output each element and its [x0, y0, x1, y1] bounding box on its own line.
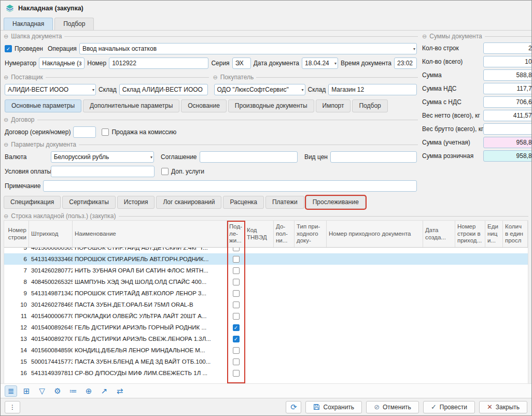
table-row[interactable]: 165413149397811СР-ВО Д/ПОСУДЫ МИФ ЛИМ.СВ…: [4, 367, 528, 379]
collapse-icon[interactable]: ⊖: [4, 117, 8, 123]
tab-istoriya[interactable]: История: [117, 196, 155, 209]
column-header-barcode[interactable]: Штрихкод: [29, 221, 73, 247]
traceable-checkbox[interactable]: [233, 248, 240, 251]
column-header-created[interactable]: Дата созда...: [423, 221, 455, 247]
agreement-field[interactable]: [200, 151, 298, 163]
cell-check[interactable]: [227, 265, 245, 276]
traceable-checkbox[interactable]: [233, 302, 240, 308]
column-header-tip[interactable]: Тип при- ходного доку-: [295, 221, 327, 247]
collapse-icon[interactable]: ⊖: [4, 75, 8, 80]
traceable-checkbox[interactable]: [233, 256, 240, 263]
column-header-docnum[interactable]: Номер приходного документа: [327, 221, 423, 247]
proveden-checkbox[interactable]: ✓: [5, 45, 12, 52]
filter-icon[interactable]: ▽: [36, 385, 48, 397]
collapse-icon[interactable]: ⊖: [213, 75, 218, 80]
tab-import[interactable]: Импорт: [316, 99, 351, 112]
extra-services-checkbox[interactable]: [161, 168, 169, 175]
cell-check[interactable]: [227, 367, 245, 379]
traceable-checkbox[interactable]: [233, 347, 240, 354]
traceable-checkbox[interactable]: [233, 279, 240, 285]
table-row[interactable]: 144015600848590КОНДИЦ.Д/БЕЛЬЯ ЛЕНОР МИНД…: [4, 345, 528, 356]
totals-value-8[interactable]: [483, 150, 532, 162]
grid-view-icon[interactable]: ⊞: [20, 385, 33, 397]
table-row[interactable]: 114015400006770ПРОКЛАДКИ ОЛВЕЙС УЛЬТРА Л…: [4, 310, 528, 322]
settings-icon[interactable]: ⚙: [51, 385, 64, 397]
open-window-icon[interactable]: ↗: [98, 385, 110, 397]
collapse-icon[interactable]: ⊖: [4, 34, 8, 39]
post-button[interactable]: ✓ Провести: [423, 401, 475, 413]
totals-value-6[interactable]: [483, 123, 532, 135]
traceable-checkbox[interactable]: [233, 313, 240, 320]
column-header-unit[interactable]: Еди ниц и...: [485, 221, 503, 247]
totals-value-0[interactable]: [483, 42, 532, 54]
tab-specifikaciya[interactable]: Спецификация: [4, 196, 61, 209]
column-header-num[interactable]: Номер строки: [4, 221, 29, 247]
note-field[interactable]: [43, 180, 417, 192]
table-row[interactable]: 103014260278465ПАСТА ЗУБН.ДЕТ.ОРАЛ-БИ 75…: [4, 299, 528, 310]
price-type-field[interactable]: [330, 151, 417, 163]
cell-check[interactable]: [227, 299, 245, 310]
series-field[interactable]: [232, 58, 251, 69]
tab-proizvodnye-dokumenty[interactable]: Производные документы: [228, 99, 314, 112]
traceable-checkbox[interactable]: [233, 358, 240, 365]
tab-platezhi[interactable]: Платежи: [265, 196, 304, 209]
table-row[interactable]: 155000174415773ПАСТА ЗУБН.БЛЕНД А МЕД ЗД…: [4, 356, 528, 367]
refresh-button[interactable]: ⟳: [286, 401, 301, 413]
tab-osnovanie[interactable]: Основание: [181, 99, 227, 112]
totals-value-4[interactable]: [483, 96, 532, 108]
traceable-checkbox[interactable]: [233, 290, 240, 297]
menu-button[interactable]: ⋮: [5, 401, 20, 413]
column-header-tnved[interactable]: Код ТНВЭД: [245, 221, 274, 247]
supplier-warehouse-field[interactable]: [119, 84, 208, 95]
column-header-name[interactable]: Наименование: [73, 221, 227, 247]
tab-dopolnitelnye-parametry[interactable]: Дополнительные параметры: [83, 99, 179, 112]
doc-date-field[interactable]: 18.04.24 ▾: [302, 58, 338, 69]
close-button[interactable]: ✕ Закрыть: [479, 401, 527, 413]
totals-value-1[interactable]: [483, 56, 532, 67]
cell-check[interactable]: [227, 253, 245, 265]
collapse-icon[interactable]: ⊖: [4, 142, 8, 148]
tab-osnovnye-parametry[interactable]: Основные параметры: [5, 99, 81, 112]
table-row[interactable]: 65413149333468ПОРОШОК СТИР.АРИЕЛЬ АВТ.ГО…: [4, 253, 528, 265]
column-header-qty[interactable]: Колич в един просл: [503, 221, 528, 247]
table-row[interactable]: 95413149871342ПОРОШОК СТИР.ТАЙД АВТ.КОЛО…: [4, 288, 528, 299]
cell-check[interactable]: [227, 276, 245, 288]
operation-select[interactable]: Ввод начальных остатков ▾: [79, 43, 417, 54]
totals-value-2[interactable]: [483, 69, 532, 81]
detail-view-icon[interactable]: ≣: [5, 385, 17, 397]
numbered-list-icon[interactable]: ≔: [67, 385, 79, 397]
list-add-icon[interactable]: ⊕: [82, 385, 95, 397]
cell-check[interactable]: [227, 356, 245, 367]
supplier-select[interactable]: АЛИДИ-ВЕСТ ИООО ▾: [5, 84, 96, 95]
tab-podbor[interactable]: Подбор: [54, 18, 94, 30]
cell-check[interactable]: [227, 248, 245, 253]
tab-sertifikaty[interactable]: Сертификаты: [62, 196, 116, 209]
contract-field[interactable]: [73, 126, 96, 138]
number-field[interactable]: [109, 58, 208, 69]
buyer-select[interactable]: ОДО "ЛюксСофтСервис" ▾: [214, 84, 305, 95]
buyer-warehouse-field[interactable]: [328, 84, 417, 95]
cell-check[interactable]: ✓: [227, 333, 245, 345]
traceable-checkbox[interactable]: ✓: [233, 324, 240, 331]
table-row[interactable]: 84084500265325ШАМПУНЬ ХЭД ЭНД ШОЛД.ОЛД С…: [4, 276, 528, 288]
cancel-button[interactable]: ⊘ Отменить: [366, 401, 419, 413]
tab-podbor-param[interactable]: Подбор: [352, 99, 387, 112]
totals-value-5[interactable]: [483, 110, 532, 121]
numerator-field[interactable]: [39, 58, 85, 69]
tab-log-skanirovaniy[interactable]: Лог сканирований: [156, 196, 221, 209]
payment-terms-field[interactable]: [51, 166, 155, 177]
column-header-dop[interactable]: До- пол- ни...: [274, 221, 295, 247]
tab-nakladnaya[interactable]: Накладная: [4, 18, 53, 30]
table-row[interactable]: 124015400892649ГЕЛЬ Д/СТИРКИ АРИЭЛЬ ГОРН…: [4, 322, 528, 333]
totals-value-7[interactable]: [483, 137, 532, 148]
cell-check[interactable]: [227, 288, 245, 299]
traceable-checkbox[interactable]: ✓: [233, 336, 240, 342]
traceable-checkbox[interactable]: [233, 267, 240, 274]
column-header-rownum[interactable]: Номер строки в приход...: [455, 221, 485, 247]
column-header-check[interactable]: Под- ле- жи...: [227, 221, 245, 247]
tab-rascenka[interactable]: Расценка: [223, 196, 264, 209]
save-button[interactable]: Сохранить: [305, 401, 362, 413]
cell-check[interactable]: ✓: [227, 322, 245, 333]
traceable-checkbox[interactable]: [233, 370, 240, 377]
cell-check[interactable]: [227, 310, 245, 322]
